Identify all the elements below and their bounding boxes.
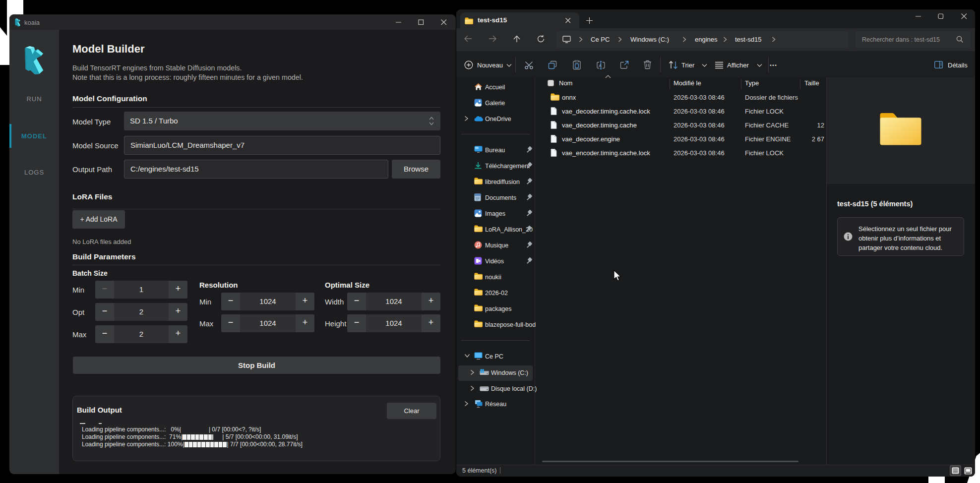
svg-text:A: A (599, 63, 602, 68)
